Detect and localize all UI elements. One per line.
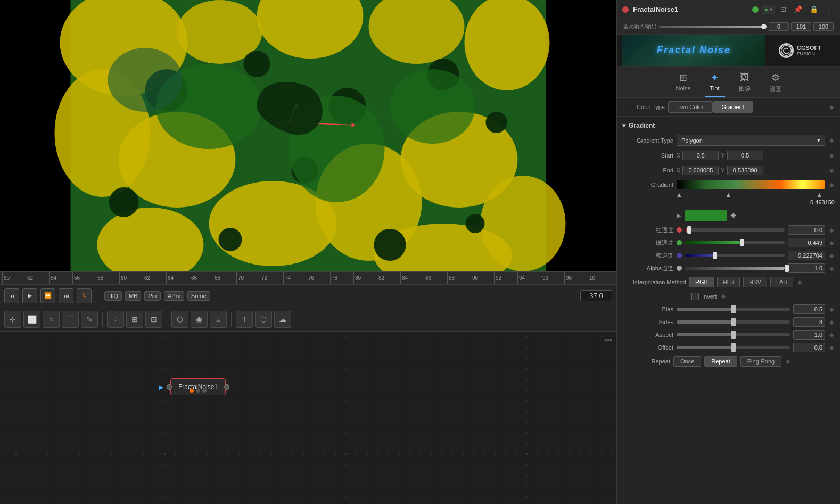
repeat-pingpong[interactable]: Ping-Pong [740, 356, 781, 367]
start-diamond[interactable]: ◆ [828, 151, 835, 160]
gradient-bar[interactable] [677, 180, 825, 189]
timeline-ruler[interactable]: 5052545658606264666870727476788082848688… [0, 271, 616, 284]
gradient-bar-diamond[interactable]: ◆ [828, 180, 835, 189]
end-diamond[interactable]: ◆ [828, 166, 835, 175]
quality-hiq[interactable]: HiQ [104, 291, 122, 301]
eyedropper-btn[interactable]: ✚ [730, 211, 737, 220]
transport-bar: ⏮ ▶ ⏩ ⏭ ↻ HiQ MB Prx APrx Some 37.0 [0, 284, 616, 307]
tool-particles[interactable]: ⁘ [107, 311, 124, 328]
blue-channel-slider[interactable] [685, 254, 785, 257]
more-btn[interactable]: ⋮ [823, 4, 835, 14]
tool-3d[interactable]: ⬡ [255, 311, 272, 328]
invert-diamond[interactable]: ◆ [720, 292, 727, 301]
maximize-btn[interactable]: ⊡ [778, 4, 788, 14]
tab-settings[interactable]: ⚙ 设置 [764, 70, 787, 97]
bias-diamond[interactable]: ◆ [828, 305, 835, 314]
node-version-dropdown[interactable]: ● ▾ [762, 5, 775, 14]
tool-paint[interactable]: ✎ [81, 311, 98, 328]
global-slider[interactable] [659, 26, 767, 28]
offset-thumb[interactable] [731, 343, 736, 352]
node-active-dot[interactable] [752, 6, 759, 13]
quality-some[interactable]: Some [187, 291, 210, 301]
sides-thumb[interactable] [731, 318, 736, 326]
tab-image[interactable]: 🖼 图像 [734, 70, 756, 97]
node-left-connector[interactable] [167, 384, 172, 390]
sides-slider[interactable] [677, 320, 790, 324]
color-type-diamond[interactable]: ◆ [828, 103, 835, 112]
quality-prx[interactable]: Prx [144, 291, 161, 301]
aspect-diamond[interactable]: ◆ [828, 331, 835, 340]
repeat-diamond[interactable]: ◆ [785, 357, 791, 366]
sides-diamond[interactable]: ◆ [828, 318, 835, 327]
red-channel-thumb[interactable] [687, 226, 691, 234]
interp-rgb[interactable]: RGB [689, 277, 714, 287]
end-y-input[interactable] [727, 166, 763, 175]
tab-noise[interactable]: ⊞ Noise [670, 70, 696, 97]
tool-circle[interactable]: ○ [43, 311, 60, 328]
tool-cloud[interactable]: ☁ [274, 311, 291, 328]
invert-checkbox[interactable] [691, 293, 699, 300]
gradient-btn[interactable]: Gradient [713, 101, 753, 113]
repeat-once[interactable]: Once [673, 356, 701, 367]
red-channel-label: 红通道 [625, 226, 673, 234]
interp-lab[interactable]: LAB [770, 277, 793, 287]
tool-text[interactable]: T [236, 311, 253, 328]
global-slider-thumb[interactable] [761, 24, 767, 29]
offset-diamond[interactable]: ◆ [828, 343, 835, 352]
tool-transform[interactable]: ⊡ [145, 311, 162, 328]
loop-button[interactable]: ↻ [77, 288, 92, 303]
aspect-thumb[interactable] [731, 331, 736, 339]
skip-button[interactable]: ⏭ [59, 288, 73, 303]
bias-slider[interactable] [677, 308, 790, 311]
expand-arrow[interactable]: ▶ [677, 212, 681, 219]
frame-display[interactable]: 37.0 [580, 290, 612, 301]
green-channel-slider[interactable] [685, 241, 785, 244]
global-input-1[interactable] [791, 22, 811, 31]
tool-3d-box[interactable]: ⬡ [171, 311, 188, 328]
alpha-diamond[interactable]: ◆ [828, 264, 835, 273]
tool-pointer[interactable]: ⊹ [4, 311, 21, 328]
alpha-channel-thumb[interactable] [785, 265, 789, 272]
offset-slider[interactable] [677, 346, 790, 349]
repeat-repeat[interactable]: Repeat [704, 356, 737, 367]
fractal-noise-node[interactable]: ▶ FractalNoise1 [170, 378, 226, 395]
tool-sphere[interactable]: ◉ [191, 311, 208, 328]
blue-diamond[interactable]: ◆ [828, 251, 835, 260]
green-channel-thumb[interactable] [740, 239, 744, 246]
rewind-button[interactable]: ⏮ [4, 288, 19, 303]
tool-curve[interactable]: ⌒ [62, 311, 79, 328]
two-color-btn[interactable]: Two Color [668, 101, 713, 113]
red-channel-slider[interactable] [685, 228, 785, 232]
lock-btn[interactable]: 🔒 [808, 4, 820, 14]
tool-rect[interactable]: ⬜ [23, 311, 40, 328]
node-dot-1 [190, 389, 194, 393]
alpha-channel-slider[interactable] [685, 267, 785, 270]
green-diamond[interactable]: ◆ [828, 238, 835, 247]
global-input-0[interactable] [769, 22, 789, 31]
tool-warp[interactable]: ⟁ [210, 311, 227, 328]
interp-diamond[interactable]: ◆ [796, 278, 803, 287]
quality-mb[interactable]: MB [125, 291, 142, 301]
blue-channel-thumb[interactable] [713, 252, 717, 259]
aspect-slider[interactable] [677, 333, 790, 336]
interp-hls[interactable]: HLS [717, 277, 740, 287]
gradient-type-diamond[interactable]: ◆ [828, 136, 835, 145]
end-x-input[interactable] [682, 166, 719, 175]
color-swatch[interactable] [685, 210, 727, 221]
tab-tint[interactable]: ✦ Tint [705, 70, 725, 97]
fastfwd-button[interactable]: ⏩ [40, 288, 55, 303]
gradient-type-dropdown[interactable]: Polygon ▾ [677, 135, 825, 146]
bias-thumb[interactable] [731, 305, 736, 313]
tool-grid[interactable]: ⊞ [126, 311, 143, 328]
node-graph-options[interactable]: ••• [604, 336, 612, 344]
node-right-connector[interactable] [224, 384, 229, 390]
pin-btn[interactable]: 📌 [792, 4, 804, 14]
global-input-2[interactable] [813, 22, 834, 31]
interp-hsv[interactable]: HSV [743, 277, 767, 287]
red-diamond[interactable]: ◆ [828, 226, 835, 235]
play-button[interactable]: ▶ [22, 288, 37, 303]
start-y-input[interactable] [727, 151, 763, 160]
gradient-section-header[interactable]: ▾ Gradient [617, 119, 840, 133]
start-x-input[interactable] [682, 151, 719, 160]
quality-aprx[interactable]: APrx [164, 291, 184, 301]
